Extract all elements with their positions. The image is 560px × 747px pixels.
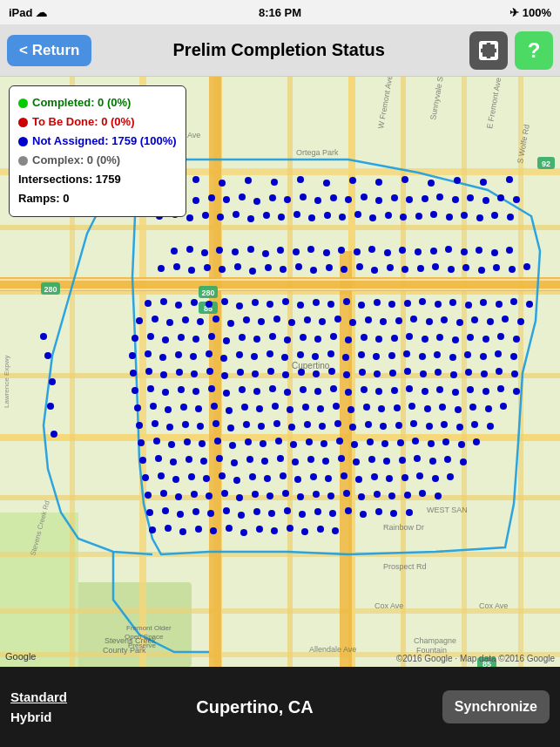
svg-point-278 [363, 404, 370, 411]
bottom-bar: Standard Hybrid Cupertino, CA Synchroniz… [0, 667, 560, 747]
svg-point-387 [282, 490, 289, 497]
svg-point-86 [219, 266, 226, 273]
svg-point-269 [226, 407, 233, 414]
svg-point-265 [165, 406, 172, 413]
svg-point-359 [172, 476, 179, 483]
svg-point-68 [307, 246, 314, 253]
svg-point-163 [192, 336, 199, 343]
svg-point-171 [314, 336, 321, 343]
svg-point-215 [191, 370, 198, 377]
svg-text:Rainbow Dr: Rainbow Dr [383, 523, 424, 532]
svg-point-127 [449, 299, 456, 306]
svg-point-282 [424, 405, 431, 412]
svg-point-298 [288, 424, 295, 431]
svg-point-317 [214, 438, 221, 445]
svg-point-322 [290, 441, 297, 448]
synchronize-button[interactable]: Synchronize [442, 690, 550, 723]
svg-point-253 [375, 388, 382, 395]
svg-point-439 [314, 197, 321, 204]
map-type-selector[interactable]: Standard Hybrid [10, 688, 67, 726]
svg-point-196 [297, 351, 304, 358]
svg-point-106 [523, 263, 530, 270]
svg-point-358 [158, 472, 165, 479]
svg-point-324 [320, 440, 327, 447]
svg-point-417 [165, 525, 172, 532]
svg-point-445 [406, 196, 413, 203]
svg-point-67 [293, 248, 300, 255]
svg-point-165 [223, 337, 230, 344]
return-button[interactable]: < Return [7, 35, 91, 66]
svg-point-402 [207, 510, 214, 517]
svg-point-375 [416, 472, 423, 479]
svg-point-335 [139, 457, 146, 464]
svg-point-468 [385, 212, 392, 219]
svg-point-193 [251, 353, 258, 360]
svg-point-318 [229, 442, 236, 449]
svg-point-478 [44, 352, 51, 359]
svg-point-407 [284, 507, 291, 514]
svg-point-181 [467, 334, 474, 341]
svg-point-415 [406, 509, 413, 516]
svg-point-59 [171, 248, 178, 255]
help-button[interactable]: ? [515, 31, 553, 70]
google-logo: Google [5, 651, 36, 662]
svg-point-108 [160, 298, 167, 305]
svg-point-307 [426, 423, 433, 430]
svg-point-263 [134, 404, 141, 411]
svg-point-475 [491, 212, 498, 219]
svg-point-349 [353, 458, 360, 465]
svg-point-422 [240, 529, 247, 536]
svg-point-178 [422, 336, 428, 343]
svg-point-250 [330, 385, 337, 392]
svg-point-62 [216, 247, 223, 254]
svg-text:Open Space: Open Space [125, 633, 164, 641]
svg-point-389 [313, 491, 320, 498]
svg-point-366 [280, 472, 287, 479]
svg-point-395 [404, 492, 411, 499]
svg-point-137 [197, 318, 204, 325]
svg-text:Prospect Rd: Prospect Rd [383, 562, 427, 571]
svg-point-158 [517, 318, 524, 325]
svg-point-374 [401, 474, 408, 481]
svg-point-271 [256, 405, 263, 412]
svg-point-113 [236, 302, 243, 309]
svg-point-99 [417, 265, 424, 272]
svg-text:280: 280 [44, 285, 57, 294]
svg-point-258 [452, 389, 459, 396]
fullscreen-button[interactable] [469, 31, 508, 70]
svg-point-474 [476, 214, 483, 221]
svg-point-208 [480, 353, 487, 360]
svg-point-120 [343, 298, 350, 305]
svg-point-333 [458, 441, 465, 448]
svg-point-197 [312, 353, 319, 360]
svg-point-172 [330, 333, 337, 340]
svg-point-280 [394, 404, 401, 411]
location-label: Cupertino, CA [196, 697, 313, 717]
svg-point-364 [249, 473, 256, 480]
svg-point-320 [260, 440, 267, 447]
svg-point-444 [391, 194, 398, 201]
svg-point-248 [300, 386, 307, 393]
svg-point-252 [361, 386, 368, 393]
svg-point-369 [325, 475, 332, 482]
svg-point-162 [178, 334, 185, 341]
svg-point-411 [345, 507, 352, 514]
svg-point-174 [361, 334, 368, 341]
svg-point-435 [253, 198, 260, 205]
svg-point-452 [513, 196, 520, 203]
svg-point-284 [455, 406, 462, 413]
svg-point-451 [497, 194, 504, 201]
svg-point-104 [493, 264, 500, 271]
svg-point-281 [408, 403, 415, 410]
svg-point-464 [324, 212, 331, 219]
map-type-standard[interactable]: Standard [10, 688, 67, 706]
svg-point-115 [267, 301, 273, 308]
map-container[interactable]: W Fremont Ave Sunnyvale Saratoga E Fremo… [0, 77, 560, 667]
svg-point-385 [252, 491, 259, 498]
svg-point-310 [471, 421, 478, 428]
svg-point-149 [380, 318, 387, 325]
svg-point-259 [467, 386, 474, 393]
svg-point-480 [47, 403, 54, 410]
legend-intersections-label: Intersections: 1759 [18, 170, 121, 189]
map-type-hybrid[interactable]: Hybrid [10, 708, 67, 726]
